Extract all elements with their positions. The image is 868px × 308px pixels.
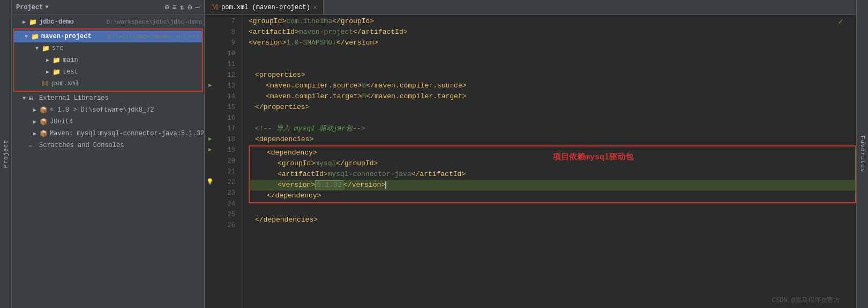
sidebar-item-main[interactable]: ▶ 📁 main [14,54,202,66]
tab-close-icon[interactable]: ✕ [313,4,317,11]
gutter-10 [205,47,215,58]
gutter-14 [205,90,215,101]
sidebar-item-maven-project[interactable]: ▼ 📁 maven-project D:\workspace\maven-pro… [14,31,202,42]
vertical-tab-left[interactable]: Project [0,0,12,308]
gutter-18: ▶ [205,133,215,144]
mysql-icon: 📦 [40,130,48,138]
project-tab-label: Project [3,140,9,168]
maven-project-path: D:\workspace\maven-project [108,33,200,40]
tab-label: pom.xml (maven-project) [221,4,310,11]
watermark: CSDN @黑马程序员官方 [772,296,840,305]
code-line-24 [249,204,856,215]
src-folder-icon: 📁 [42,45,50,53]
code-line-21: <artifactId>mysql-connector-java</artifa… [250,169,855,180]
gutter-9 [205,36,215,47]
checkmark: ✓ [838,16,843,27]
sidebar: Project ▼ ⊕ ≡ ⇅ ⚙ — ▶ 📁 jdbc-demo D:\wor… [12,0,205,308]
sidebar-item-junit[interactable]: ▶ 📦 JUnit4 [12,116,204,128]
code-line-22: <version>5.1.32</version> [250,180,855,190]
pom-tab[interactable]: 𝕄 pom.xml (maven-project) ✕ [205,0,324,14]
code-editor: ▶ ▶ ▶ 💡 7 8 9 10 11 12 13 14 15 16 [205,15,856,308]
project-icon-maven: 📁 [31,33,40,41]
gutter-8 [205,26,215,36]
sidebar-content: ▶ 📁 jdbc-demo D:\workspace\jdbc\jdbc-dem… [12,15,204,308]
code-line-19: <dependency> [250,148,855,158]
sidebar-item-external-libs[interactable]: ▼ ⊞ External Libraries [12,92,204,104]
tab-file-icon: 𝕄 [211,3,218,12]
vertical-tab-right[interactable]: Favorites [856,0,868,308]
maven-project-label: maven-project [41,33,106,40]
gutter-21 [205,165,215,176]
test-folder-icon: 📁 [53,68,61,76]
gutter-20 [205,155,215,165]
jdk-icon: 📦 [40,106,48,114]
dependency-box: <dependency> <groupId>mysql</groupId> <a… [249,145,856,203]
code-line-14: <maven.compiler.target>8</maven.compiler… [249,91,856,102]
grid-icon[interactable]: ⊕ [164,3,169,12]
code-line-26 [249,225,856,236]
gutter: ▶ ▶ ▶ 💡 [205,15,215,308]
code-line-15: </properties> [249,102,856,113]
mysql-connector-label: Maven: mysql:mysql-connector-java:5.1.32 [50,130,204,137]
tab-bar: 𝕄 pom.xml (maven-project) ✕ [205,0,856,15]
gutter-22[interactable]: 💡 [205,176,215,187]
gutter-24 [205,197,215,208]
jdk-label: < 1.8 > D:\software\jdk8_72 [50,106,202,114]
code-line-18: <dependencies> [249,134,856,145]
sidebar-item-mysql-connector[interactable]: ▶ 📦 Maven: mysql:mysql-connector-java:5.… [12,128,204,140]
code-line-10 [249,48,856,59]
gutter-11 [205,58,215,69]
project-icon: 📁 [29,18,38,26]
main-label: main [63,56,200,64]
junit-label: JUnit4 [50,118,202,126]
code-line-17: <!-- 导入 mysql 驱动jar包--> [249,123,856,134]
code-line-9: <version>1.0-SNAPSHOT</version> [249,38,856,48]
gutter-23 [205,187,215,197]
code-line-20: <groupId>mysql</groupId> [250,158,855,169]
gutter-19: ▶ [205,144,215,155]
editor-area: 𝕄 pom.xml (maven-project) ✕ ▶ ▶ ▶ 💡 [205,0,856,308]
xml-file-icon: 𝕄 [42,80,50,88]
sidebar-item-pom-xml[interactable]: ▶ 𝕄 pom.xml [14,78,202,90]
gutter-17 [205,122,215,133]
code-line-12: <properties> [249,70,856,80]
maven-project-group: ▼ 📁 maven-project D:\workspace\maven-pro… [13,28,203,92]
sidebar-item-scratches[interactable]: ▶ ✏ Scratches and Consoles [12,140,204,151]
external-libs-label: External Libraries [39,94,202,102]
code-line-23: </dependency> [250,190,855,201]
gutter-26 [205,219,215,230]
sort-icon[interactable]: ⇅ [180,3,184,12]
dropdown-icon[interactable]: ▼ [45,4,48,10]
line-numbers: 7 8 9 10 11 12 13 14 15 16 17 18 19 20 2… [215,15,242,308]
gutter-13: ▶ [205,79,215,90]
code-line-11 [249,59,856,70]
code-line-8: <artifactId>maven-project</artifactId> [249,27,856,38]
pom-xml-label: pom.xml [52,80,200,87]
code-line-13: <maven.compiler.source>8</maven.compiler… [249,80,856,91]
align-icon[interactable]: ≡ [172,3,176,12]
scratches-icon: ✏ [29,142,38,150]
scratches-label: Scratches and Consoles [39,142,202,149]
gutter-7 [205,15,215,26]
item-path: D:\workspace\jdbc\jdbc-demo [107,19,202,25]
sidebar-item-jdk[interactable]: ▶ 📦 < 1.8 > D:\software\jdk8_72 [12,104,204,116]
code-line-16 [249,113,856,123]
code-content[interactable]: <groupId>com.itheima</groupId> <artifact… [242,15,856,308]
minimize-icon[interactable]: — [196,3,200,12]
libs-icon: ⊞ [29,94,38,102]
item-label: jdbc-demo [39,18,104,26]
sidebar-item-jdbc-demo[interactable]: ▶ 📁 jdbc-demo D:\workspace\jdbc\jdbc-dem… [12,16,204,28]
code-line-7: <groupId>com.itheima</groupId> [249,16,856,27]
gutter-15 [205,101,215,112]
gutter-25 [205,208,215,219]
main-folder-icon: 📁 [53,56,61,64]
sidebar-item-test[interactable]: ▶ 📁 test [14,66,202,78]
sidebar-title: Project [16,4,43,11]
src-label: src [52,45,200,52]
settings-icon[interactable]: ⚙ [188,3,192,12]
sidebar-item-src[interactable]: ▼ 📁 src [14,42,202,54]
gutter-16 [205,112,215,122]
junit-icon: 📦 [40,118,48,126]
gutter-12 [205,69,215,79]
favorites-tab-label: Favorites [859,136,866,172]
